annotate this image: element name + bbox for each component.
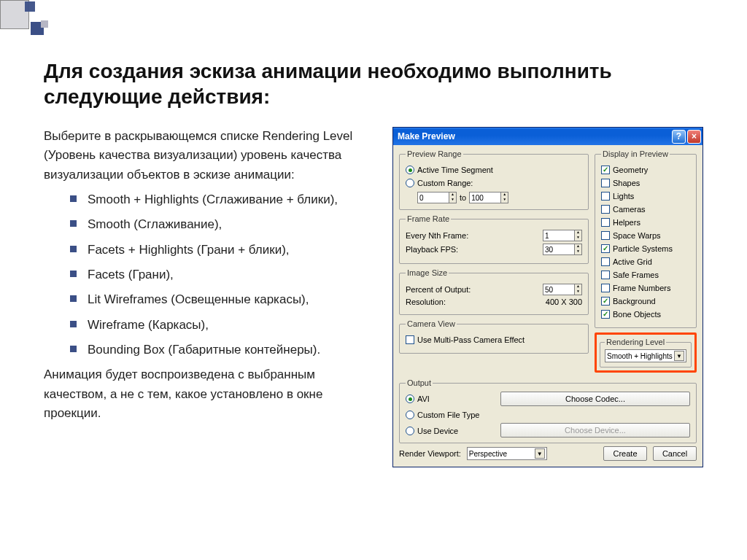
radio-label: AVI xyxy=(417,394,430,403)
display-item: Geometry xyxy=(601,164,690,176)
display-checkbox[interactable] xyxy=(601,231,610,240)
display-item: Frame Numbers xyxy=(601,282,690,294)
checkbox-label: Particle Systems xyxy=(613,244,673,253)
list-item: Bounding Box (Габаритные контейнеры). xyxy=(70,341,371,359)
display-item: Space Warps xyxy=(601,230,690,241)
spinner[interactable]: ▲▼ xyxy=(575,244,582,255)
text-column: Выберите в раскрывающемся списке Renderi… xyxy=(44,127,371,467)
checkbox-label: Lights xyxy=(613,192,634,201)
resolution-value: 400 X 300 xyxy=(546,298,582,306)
spinner[interactable]: ▲▼ xyxy=(575,284,582,295)
group-legend: Camera View xyxy=(406,319,457,328)
intro-paragraph: Выберите в раскрывающемся списке Renderi… xyxy=(44,127,371,184)
group-legend: Display in Preview xyxy=(601,149,670,158)
display-item: Helpers xyxy=(601,217,690,228)
custom-range-radio[interactable] xyxy=(406,179,414,187)
radio-label: Custom Range: xyxy=(417,179,473,187)
display-checkbox[interactable] xyxy=(601,218,610,227)
image-size-group: Image Size Percent of Output: 50▲▼ Resol… xyxy=(399,268,589,315)
custom-file-radio[interactable] xyxy=(406,411,414,419)
rendering-level-dropdown[interactable]: Smooth + Highlights ▼ xyxy=(605,349,686,362)
chevron-down-icon: ▼ xyxy=(535,448,545,459)
slide-decoration xyxy=(0,0,48,35)
display-checkbox[interactable] xyxy=(601,244,610,253)
checkbox-label: Space Warps xyxy=(613,231,661,240)
help-button[interactable]: ? xyxy=(672,130,686,144)
checkbox-label: Shapes xyxy=(613,179,640,187)
spinner[interactable]: ▲▼ xyxy=(501,192,508,203)
checkbox-label: Bone Objects xyxy=(613,310,661,319)
display-checkbox[interactable] xyxy=(601,310,610,319)
use-device-radio[interactable] xyxy=(406,427,414,435)
list-item: Facets (Грани), xyxy=(70,265,371,284)
radio-label: Use Device xyxy=(417,427,458,435)
nth-frame-label: Every Nth Frame: xyxy=(406,231,468,240)
display-item: Cameras xyxy=(601,203,690,215)
display-item: Particle Systems xyxy=(601,243,690,254)
avi-radio[interactable] xyxy=(406,394,414,403)
group-legend: Output xyxy=(406,378,433,387)
multipass-checkbox[interactable] xyxy=(406,335,414,344)
checkbox-label: Background xyxy=(613,297,656,306)
dropdown-value: Smooth + Highlights xyxy=(607,352,673,360)
display-item: Active Grid xyxy=(601,256,690,268)
dialog-title: Make Preview xyxy=(398,131,670,141)
cancel-button[interactable]: Cancel xyxy=(653,446,697,461)
checkbox-label: Safe Frames xyxy=(613,271,659,279)
spinner[interactable]: ▲▼ xyxy=(449,192,457,203)
display-checkbox[interactable] xyxy=(601,297,610,306)
list-item: Smooth (Сглаживание), xyxy=(70,215,371,234)
to-label: to xyxy=(460,193,466,202)
nth-frame-input[interactable]: 1 xyxy=(543,230,575,241)
resolution-label: Resolution: xyxy=(406,298,446,306)
render-viewport-label: Render Viewport: xyxy=(399,449,461,458)
close-button[interactable]: × xyxy=(687,130,701,144)
list-item: Smooth + Highlights (Сглаживание + блики… xyxy=(70,190,371,209)
checkbox-label: Use Multi-Pass Camera Effect xyxy=(417,335,525,344)
display-checkbox[interactable] xyxy=(601,179,610,187)
radio-label: Active Time Segment xyxy=(417,166,493,174)
rendering-level-group: Rendering Level Smooth + Highlights ▼ xyxy=(600,338,692,368)
rendering-level-highlight: Rendering Level Smooth + Highlights ▼ xyxy=(595,332,697,373)
spinner[interactable]: ▲▼ xyxy=(575,230,582,241)
display-in-preview-group: Display in Preview GeometryShapesLightsC… xyxy=(595,149,697,328)
display-checkbox[interactable] xyxy=(601,271,610,279)
preview-range-group: Preview Range Active Time Segment Custom… xyxy=(399,149,589,210)
checkbox-label: Cameras xyxy=(613,205,646,214)
dialog-titlebar[interactable]: Make Preview ? × xyxy=(393,128,703,145)
fps-input[interactable]: 30 xyxy=(543,244,575,255)
display-checkbox[interactable] xyxy=(601,192,610,201)
camera-view-group: Camera View Use Multi-Pass Camera Effect xyxy=(399,319,589,354)
group-legend: Preview Range xyxy=(406,149,463,158)
chevron-down-icon: ▼ xyxy=(674,351,684,361)
choose-codec-button[interactable]: Choose Codec... xyxy=(500,392,690,406)
checkbox-label: Frame Numbers xyxy=(613,284,670,292)
active-time-radio[interactable] xyxy=(406,166,414,174)
range-to-input[interactable]: 100 xyxy=(469,192,501,203)
display-item: Bone Objects xyxy=(601,308,690,320)
display-item: Safe Frames xyxy=(601,269,690,281)
percent-input[interactable]: 50 xyxy=(543,284,575,295)
checkbox-label: Helpers xyxy=(613,218,640,227)
display-item: Lights xyxy=(601,190,690,202)
outro-paragraph: Анимация будет воспроизведена с выбранны… xyxy=(44,365,371,423)
group-legend: Frame Rate xyxy=(406,214,451,223)
display-checkbox[interactable] xyxy=(601,257,610,266)
list-item: Facets + Highlights (Грани + блики), xyxy=(70,241,371,260)
display-checkbox[interactable] xyxy=(601,284,610,292)
checkbox-label: Active Grid xyxy=(613,257,652,266)
render-viewport-dropdown[interactable]: Perspective ▼ xyxy=(467,447,547,460)
display-checkbox[interactable] xyxy=(601,205,610,214)
create-button[interactable]: Create xyxy=(603,446,647,461)
checkbox-label: Geometry xyxy=(613,166,648,174)
frame-rate-group: Frame Rate Every Nth Frame: 1▲▼ Playback… xyxy=(399,214,589,264)
display-checkbox[interactable] xyxy=(601,166,610,174)
range-from-input[interactable]: 0 xyxy=(417,192,449,203)
dropdown-value: Perspective xyxy=(469,450,507,458)
percent-label: Percent of Output: xyxy=(406,285,471,294)
list-item: Wireframe (Каркасы), xyxy=(70,316,371,335)
group-legend: Rendering Level xyxy=(605,338,666,346)
choose-device-button[interactable]: Choose Device... xyxy=(500,423,690,438)
display-item: Shapes xyxy=(601,177,690,189)
bullet-list: Smooth + Highlights (Сглаживание + блики… xyxy=(44,190,371,359)
